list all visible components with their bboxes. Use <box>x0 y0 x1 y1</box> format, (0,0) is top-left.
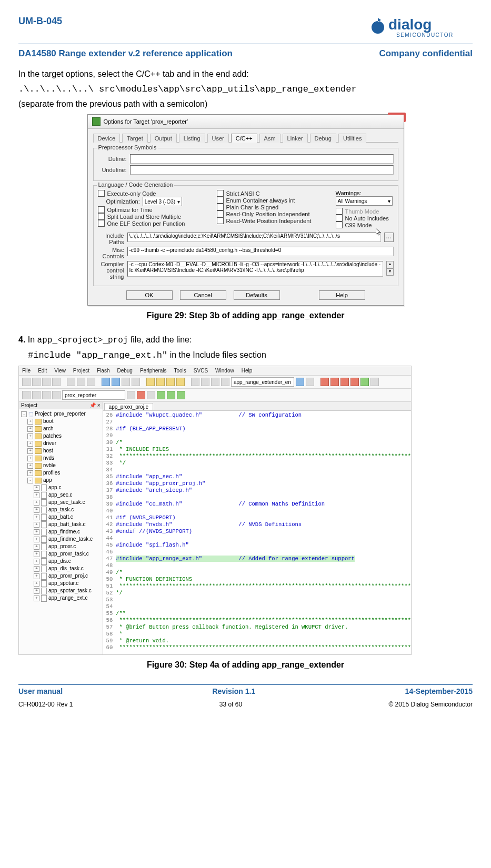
tool-icon[interactable] <box>296 378 304 386</box>
tree-file[interactable]: +app_spotar.c <box>21 580 101 587</box>
checkbox-item[interactable]: Plain Char is Signed <box>217 204 329 210</box>
tool-icon[interactable] <box>146 378 155 386</box>
tool-icon[interactable] <box>191 378 199 386</box>
menu-project[interactable]: Project <box>73 368 89 374</box>
tool-icon[interactable] <box>167 391 175 399</box>
tool-icon[interactable] <box>306 378 314 386</box>
target-combo[interactable]: prox_reporter <box>62 390 125 400</box>
undefine-input[interactable] <box>130 165 394 175</box>
tool-icon[interactable] <box>201 378 209 386</box>
tool-icon[interactable] <box>156 378 165 386</box>
ok-button[interactable]: OK <box>126 290 173 300</box>
tool-icon[interactable] <box>127 391 135 399</box>
checkbox-item[interactable]: Read-Write Position Independent <box>217 217 329 224</box>
tree-file[interactable]: +app_sec_task.c <box>21 499 101 506</box>
tree-file[interactable]: +app_sec.c <box>21 491 101 499</box>
tree-file[interactable]: +app_findme_task.c <box>21 536 101 543</box>
editor-tab[interactable]: app_proxr_proj.c <box>104 403 153 410</box>
tree-folder[interactable]: +driver <box>21 440 101 447</box>
tool-icon[interactable] <box>132 378 140 386</box>
defaults-button[interactable]: Defaults <box>234 290 280 300</box>
tool-icon[interactable] <box>330 378 339 386</box>
tool-icon[interactable] <box>157 391 165 399</box>
tree-folder[interactable]: +nvds <box>21 455 101 462</box>
tool-icon[interactable] <box>52 378 61 386</box>
tree-folder[interactable]: +host <box>21 447 101 455</box>
tree-folder[interactable]: -app <box>21 477 101 484</box>
tool-icon[interactable] <box>211 378 219 386</box>
tool-icon[interactable] <box>147 391 155 399</box>
tab-output[interactable]: Output <box>150 134 177 143</box>
open-file-combo[interactable]: app_range_extender_en <box>231 377 294 387</box>
help-button[interactable]: Help <box>319 290 365 300</box>
menu-window[interactable]: Window <box>215 368 234 374</box>
tool-icon[interactable] <box>102 378 110 386</box>
menu-svcs[interactable]: SVCS <box>194 368 208 374</box>
optimization-select[interactable]: Level 3 (-O3)▾ <box>143 197 182 206</box>
tool-icon[interactable] <box>87 378 95 386</box>
tool-icon[interactable] <box>67 378 75 386</box>
compiler-string-input[interactable]: -c --cpu Cortex-M0 -D__EVAL -D__MICROLIB… <box>127 261 383 277</box>
tree-file[interactable]: +app_proxr_task.c <box>21 550 101 558</box>
tool-icon[interactable] <box>370 378 379 386</box>
browse-button[interactable]: … <box>384 233 394 242</box>
tab-debug[interactable]: Debug <box>310 134 336 143</box>
tree-file[interactable]: +app_task.c <box>21 506 101 513</box>
tree-file[interactable]: +app_proxr.c <box>21 543 101 550</box>
tool-icon[interactable] <box>166 378 175 386</box>
tool-icon[interactable] <box>122 378 130 386</box>
checkbox-item[interactable]: C99 Mode <box>336 221 394 228</box>
menu-view[interactable]: View <box>54 368 66 374</box>
include-paths-input[interactable]: \..\;\..\..\..\..\src\dialog\include;c:\… <box>127 233 381 242</box>
tree-folder[interactable]: +patches <box>21 432 101 440</box>
tab-c/c++[interactable]: C/C++ <box>231 134 257 143</box>
cancel-button[interactable]: Cancel <box>180 290 226 300</box>
checkbox-item[interactable]: Read-Only Position Independent <box>217 210 329 217</box>
tool-icon[interactable] <box>137 391 145 399</box>
tool-icon[interactable] <box>177 391 185 399</box>
menu-edit[interactable]: Edit <box>38 368 47 374</box>
misc-controls-input[interactable]: -c99 --thumb -c --preinclude da14580_con… <box>127 247 394 256</box>
tree-file[interactable]: +app_batt.c <box>21 513 101 521</box>
tree-root[interactable]: -⬚Project: prox_reporter <box>21 410 101 418</box>
menu-file[interactable]: File <box>22 368 31 374</box>
tool-icon[interactable] <box>112 378 120 386</box>
tool-icon[interactable] <box>360 378 369 386</box>
tree-folder[interactable]: +arch <box>21 425 101 432</box>
checkbox-item[interactable]: Split Load and Store Multiple <box>98 213 211 220</box>
tool-icon[interactable] <box>176 378 185 386</box>
checkbox-item[interactable]: Enum Container always int <box>217 197 329 204</box>
tool-icon[interactable] <box>350 378 359 386</box>
tree-folder[interactable]: +boot <box>21 418 101 425</box>
tree-file[interactable]: +app_proxr_proj.c <box>21 572 101 580</box>
menu-tools[interactable]: Tools <box>174 368 186 374</box>
tool-icon[interactable] <box>32 391 41 399</box>
tab-asm[interactable]: Asm <box>259 134 280 143</box>
define-input[interactable] <box>130 154 394 164</box>
tool-icon[interactable] <box>320 378 329 386</box>
menu-debug[interactable]: Debug <box>117 368 132 374</box>
checkbox-item[interactable]: One ELF Section per Function <box>98 220 211 227</box>
tree-folder[interactable]: +rwble <box>21 462 101 469</box>
tool-icon[interactable] <box>32 378 41 386</box>
tree-file[interactable]: +app_findme.c <box>21 528 101 536</box>
tab-linker[interactable]: Linker <box>283 134 308 143</box>
tab-listing[interactable]: Listing <box>179 134 205 143</box>
checkbox-item[interactable]: No Auto Includes <box>336 215 394 221</box>
tree-file[interactable]: +app_dis.c <box>21 558 101 565</box>
tool-icon[interactable] <box>42 378 51 386</box>
tree-file[interactable]: +app_spotar_task.c <box>21 587 101 594</box>
tree-file[interactable]: +app_range_ext.c <box>21 594 101 602</box>
scroll-down-icon[interactable]: ▾ <box>386 268 394 276</box>
checkbox-item[interactable]: Optimize for Time <box>98 206 211 213</box>
scroll-up-icon[interactable]: ▴ <box>386 261 394 268</box>
tab-user[interactable]: User <box>207 134 229 143</box>
tab-device[interactable]: Device <box>93 134 121 143</box>
checkbox-item[interactable]: Strict ANSI C <box>217 190 329 197</box>
tree-file[interactable]: +app_dis_task.c <box>21 565 101 572</box>
tool-icon[interactable] <box>42 391 51 399</box>
pin-icon[interactable]: 📌 × <box>89 402 101 408</box>
tool-icon[interactable] <box>22 391 31 399</box>
menu-flash[interactable]: Flash <box>97 368 109 374</box>
tool-icon[interactable] <box>221 378 229 386</box>
